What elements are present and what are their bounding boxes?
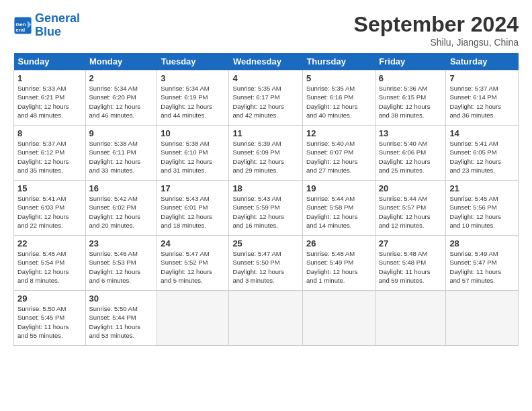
day-detail: Sunrise: 5:50 AM Sunset: 5:45 PM Dayligh… — [17, 304, 82, 340]
day-number: 25 — [232, 238, 299, 248]
day-detail: Sunrise: 5:34 AM Sunset: 6:20 PM Dayligh… — [89, 84, 154, 120]
day-number: 5 — [306, 73, 371, 83]
day-detail: Sunrise: 5:41 AM Sunset: 6:03 PM Dayligh… — [17, 194, 82, 230]
weekday-header-friday: Friday — [375, 53, 446, 71]
calendar-cell: 14Sunrise: 5:41 AM Sunset: 6:05 PM Dayli… — [446, 126, 519, 181]
calendar-cell: 13Sunrise: 5:40 AM Sunset: 6:06 PM Dayli… — [375, 126, 446, 181]
calendar-cell: 19Sunrise: 5:44 AM Sunset: 5:58 PM Dayli… — [302, 181, 375, 236]
day-detail: Sunrise: 5:34 AM Sunset: 6:19 PM Dayligh… — [161, 84, 225, 120]
day-detail: Sunrise: 5:33 AM Sunset: 6:21 PM Dayligh… — [17, 84, 82, 120]
day-number: 3 — [161, 73, 225, 83]
calendar-cell — [375, 291, 446, 346]
calendar-cell: 5Sunrise: 5:35 AM Sunset: 6:16 PM Daylig… — [302, 71, 375, 126]
calendar-cell: 25Sunrise: 5:47 AM Sunset: 5:50 PM Dayli… — [229, 236, 303, 291]
day-number: 1 — [17, 73, 82, 83]
day-number: 20 — [379, 183, 443, 193]
day-number: 24 — [161, 238, 225, 248]
day-detail: Sunrise: 5:39 AM Sunset: 6:09 PM Dayligh… — [232, 139, 299, 175]
calendar-week-2: 8Sunrise: 5:37 AM Sunset: 6:12 PM Daylig… — [14, 126, 519, 181]
calendar-cell: 20Sunrise: 5:44 AM Sunset: 5:57 PM Dayli… — [375, 181, 446, 236]
calendar-cell: 7Sunrise: 5:37 AM Sunset: 6:14 PM Daylig… — [446, 71, 519, 126]
calendar-cell: 6Sunrise: 5:36 AM Sunset: 6:15 PM Daylig… — [375, 71, 446, 126]
calendar-cell: 28Sunrise: 5:49 AM Sunset: 5:47 PM Dayli… — [446, 236, 519, 291]
calendar-cell: 16Sunrise: 5:42 AM Sunset: 6:02 PM Dayli… — [85, 181, 157, 236]
svg-text:eral: eral — [16, 27, 26, 33]
day-number: 4 — [232, 73, 299, 83]
day-detail: Sunrise: 5:40 AM Sunset: 6:07 PM Dayligh… — [306, 139, 371, 175]
day-detail: Sunrise: 5:38 AM Sunset: 6:11 PM Dayligh… — [89, 139, 154, 175]
day-number: 12 — [306, 128, 371, 138]
day-number: 19 — [306, 183, 371, 193]
calendar-cell: 26Sunrise: 5:48 AM Sunset: 5:49 PM Dayli… — [302, 236, 375, 291]
calendar-cell: 24Sunrise: 5:47 AM Sunset: 5:52 PM Dayli… — [157, 236, 229, 291]
day-detail: Sunrise: 5:37 AM Sunset: 6:12 PM Dayligh… — [17, 139, 82, 175]
calendar-cell: 21Sunrise: 5:45 AM Sunset: 5:56 PM Dayli… — [446, 181, 519, 236]
day-detail: Sunrise: 5:38 AM Sunset: 6:10 PM Dayligh… — [161, 139, 225, 175]
calendar-cell: 17Sunrise: 5:43 AM Sunset: 6:01 PM Dayli… — [157, 181, 229, 236]
calendar-cell: 10Sunrise: 5:38 AM Sunset: 6:10 PM Dayli… — [157, 126, 229, 181]
day-number: 9 — [89, 128, 154, 138]
calendar-week-1: 1Sunrise: 5:33 AM Sunset: 6:21 PM Daylig… — [14, 71, 519, 126]
weekday-header-wednesday: Wednesday — [229, 53, 303, 71]
calendar-cell — [446, 291, 519, 346]
day-detail: Sunrise: 5:36 AM Sunset: 6:15 PM Dayligh… — [379, 84, 443, 120]
day-detail: Sunrise: 5:49 AM Sunset: 5:47 PM Dayligh… — [449, 249, 515, 285]
weekday-header-thursday: Thursday — [302, 53, 375, 71]
day-detail: Sunrise: 5:43 AM Sunset: 5:59 PM Dayligh… — [232, 194, 299, 230]
day-number: 18 — [232, 183, 299, 193]
calendar-cell — [229, 291, 303, 346]
calendar-cell: 8Sunrise: 5:37 AM Sunset: 6:12 PM Daylig… — [14, 126, 86, 181]
calendar-cell: 29Sunrise: 5:50 AM Sunset: 5:45 PM Dayli… — [14, 291, 86, 346]
calendar-cell: 27Sunrise: 5:48 AM Sunset: 5:48 PM Dayli… — [375, 236, 446, 291]
month-title: September 2024 — [354, 12, 519, 37]
day-number: 7 — [449, 73, 515, 83]
day-number: 17 — [161, 183, 225, 193]
day-number: 30 — [89, 293, 154, 304]
day-number: 2 — [89, 73, 154, 83]
calendar-cell: 23Sunrise: 5:46 AM Sunset: 5:53 PM Dayli… — [85, 236, 157, 291]
calendar-cell: 11Sunrise: 5:39 AM Sunset: 6:09 PM Dayli… — [229, 126, 303, 181]
day-number: 8 — [17, 128, 82, 138]
day-number: 22 — [17, 238, 82, 248]
day-number: 6 — [379, 73, 443, 83]
day-number: 15 — [17, 183, 82, 193]
calendar-cell: 4Sunrise: 5:35 AM Sunset: 6:17 PM Daylig… — [229, 71, 303, 126]
calendar-header: SundayMondayTuesdayWednesdayThursdayFrid… — [14, 53, 519, 71]
day-detail: Sunrise: 5:47 AM Sunset: 5:52 PM Dayligh… — [161, 249, 225, 285]
logo-text: GeneralBlue — [35, 12, 80, 39]
calendar-cell: 18Sunrise: 5:43 AM Sunset: 5:59 PM Dayli… — [229, 181, 303, 236]
logo: Gen eral GeneralBlue — [13, 12, 80, 39]
calendar-week-5: 29Sunrise: 5:50 AM Sunset: 5:45 PM Dayli… — [14, 291, 519, 346]
title-block: September 2024 Shilu, Jiangsu, China — [354, 12, 519, 48]
day-number: 23 — [89, 238, 154, 248]
day-number: 21 — [449, 183, 515, 193]
calendar-week-3: 15Sunrise: 5:41 AM Sunset: 6:03 PM Dayli… — [14, 181, 519, 236]
day-number: 28 — [449, 238, 515, 248]
day-detail: Sunrise: 5:48 AM Sunset: 5:49 PM Dayligh… — [306, 249, 371, 285]
logo-icon: Gen eral — [13, 16, 32, 35]
calendar-body: 1Sunrise: 5:33 AM Sunset: 6:21 PM Daylig… — [14, 71, 519, 346]
header: Gen eral GeneralBlue September 2024 Shil… — [13, 12, 519, 48]
calendar-cell: 30Sunrise: 5:50 AM Sunset: 5:44 PM Dayli… — [85, 291, 157, 346]
weekday-header-tuesday: Tuesday — [157, 53, 229, 71]
day-number: 29 — [17, 293, 82, 304]
calendar-cell — [302, 291, 375, 346]
day-detail: Sunrise: 5:42 AM Sunset: 6:02 PM Dayligh… — [89, 194, 154, 230]
day-number: 11 — [232, 128, 299, 138]
day-detail: Sunrise: 5:48 AM Sunset: 5:48 PM Dayligh… — [379, 249, 443, 285]
day-number: 13 — [379, 128, 443, 138]
calendar-cell: 9Sunrise: 5:38 AM Sunset: 6:11 PM Daylig… — [85, 126, 157, 181]
day-detail: Sunrise: 5:41 AM Sunset: 6:05 PM Dayligh… — [449, 139, 515, 175]
day-detail: Sunrise: 5:35 AM Sunset: 6:16 PM Dayligh… — [306, 84, 371, 120]
day-detail: Sunrise: 5:50 AM Sunset: 5:44 PM Dayligh… — [89, 304, 154, 340]
day-detail: Sunrise: 5:44 AM Sunset: 5:58 PM Dayligh… — [306, 194, 371, 230]
day-detail: Sunrise: 5:45 AM Sunset: 5:56 PM Dayligh… — [449, 194, 515, 230]
calendar-cell — [157, 291, 229, 346]
day-number: 26 — [306, 238, 371, 248]
calendar-cell: 12Sunrise: 5:40 AM Sunset: 6:07 PM Dayli… — [302, 126, 375, 181]
day-detail: Sunrise: 5:47 AM Sunset: 5:50 PM Dayligh… — [232, 249, 299, 285]
day-detail: Sunrise: 5:45 AM Sunset: 5:54 PM Dayligh… — [17, 249, 82, 285]
location-subtitle: Shilu, Jiangsu, China — [354, 37, 519, 48]
calendar-cell: 2Sunrise: 5:34 AM Sunset: 6:20 PM Daylig… — [85, 71, 157, 126]
calendar-table: SundayMondayTuesdayWednesdayThursdayFrid… — [13, 53, 519, 346]
